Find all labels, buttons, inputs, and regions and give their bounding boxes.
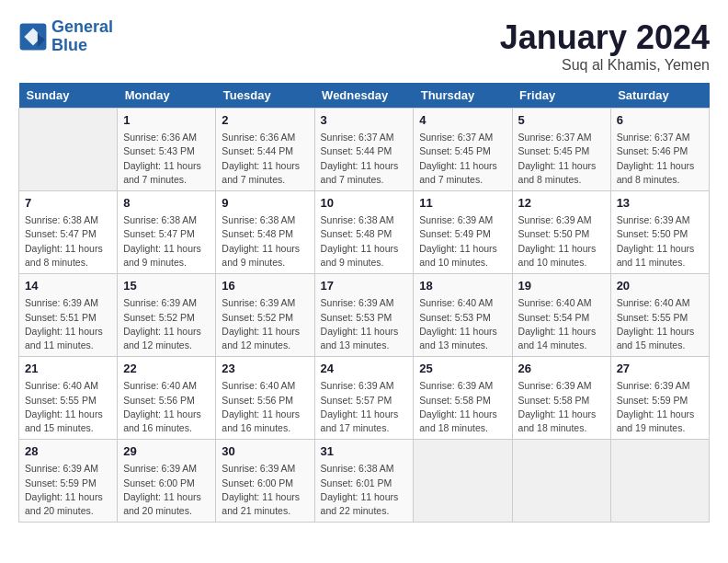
calendar-cell — [610, 440, 709, 523]
logo-line1: General — [51, 17, 113, 36]
day-number: 19 — [518, 278, 605, 294]
weekday-header: Tuesday — [216, 83, 314, 109]
calendar-week-row: 28Sunrise: 6:39 AM Sunset: 5:59 PM Dayli… — [19, 440, 710, 523]
page-header: General Blue January 2024 Suq al Khamis,… — [18, 18, 710, 74]
calendar-header: SundayMondayTuesdayWednesdayThursdayFrid… — [19, 83, 710, 109]
day-info: Sunrise: 6:40 AM Sunset: 5:55 PM Dayligh… — [25, 379, 111, 435]
day-info: Sunrise: 6:39 AM Sunset: 5:52 PM Dayligh… — [123, 296, 210, 352]
day-info: Sunrise: 6:38 AM Sunset: 5:48 PM Dayligh… — [222, 213, 308, 270]
calendar-cell: 1Sunrise: 6:36 AM Sunset: 5:43 PM Daylig… — [118, 109, 216, 191]
calendar-cell: 23Sunrise: 6:40 AM Sunset: 5:56 PM Dayli… — [216, 357, 314, 440]
day-number: 12 — [518, 195, 605, 212]
weekday-header: Sunday — [19, 83, 118, 109]
day-number: 13 — [617, 195, 703, 212]
calendar-cell: 14Sunrise: 6:39 AM Sunset: 5:51 PM Dayli… — [19, 274, 118, 357]
day-number: 28 — [25, 443, 111, 460]
calendar-cell: 15Sunrise: 6:39 AM Sunset: 5:52 PM Dayli… — [118, 274, 216, 357]
calendar-table: SundayMondayTuesdayWednesdayThursdayFrid… — [18, 83, 710, 523]
logo-text: General Blue — [51, 18, 113, 55]
day-number: 14 — [25, 278, 111, 294]
calendar-cell: 27Sunrise: 6:39 AM Sunset: 5:59 PM Dayli… — [610, 357, 709, 440]
day-info: Sunrise: 6:39 AM Sunset: 5:52 PM Dayligh… — [222, 296, 308, 352]
calendar-cell: 4Sunrise: 6:37 AM Sunset: 5:45 PM Daylig… — [414, 109, 512, 191]
calendar-cell: 17Sunrise: 6:39 AM Sunset: 5:53 PM Dayli… — [314, 274, 414, 357]
weekday-header: Thursday — [414, 83, 512, 109]
calendar-cell: 8Sunrise: 6:38 AM Sunset: 5:47 PM Daylig… — [118, 191, 216, 274]
day-number: 16 — [222, 278, 308, 294]
calendar-cell: 19Sunrise: 6:40 AM Sunset: 5:54 PM Dayli… — [512, 274, 610, 357]
day-info: Sunrise: 6:38 AM Sunset: 6:01 PM Dayligh… — [321, 462, 408, 518]
day-number: 30 — [222, 443, 308, 460]
day-info: Sunrise: 6:40 AM Sunset: 5:56 PM Dayligh… — [123, 379, 210, 435]
calendar-week-row: 21Sunrise: 6:40 AM Sunset: 5:55 PM Dayli… — [19, 357, 710, 440]
calendar-cell: 10Sunrise: 6:38 AM Sunset: 5:48 PM Dayli… — [314, 191, 414, 274]
day-number: 29 — [123, 443, 210, 460]
calendar-cell: 26Sunrise: 6:39 AM Sunset: 5:58 PM Dayli… — [512, 357, 610, 440]
calendar-cell: 7Sunrise: 6:38 AM Sunset: 5:47 PM Daylig… — [19, 191, 118, 274]
day-number: 1 — [123, 112, 210, 129]
weekday-header: Saturday — [610, 83, 709, 109]
day-info: Sunrise: 6:37 AM Sunset: 5:46 PM Dayligh… — [617, 131, 703, 187]
day-number: 31 — [321, 443, 408, 460]
logo-icon — [18, 22, 48, 52]
day-info: Sunrise: 6:39 AM Sunset: 5:51 PM Dayligh… — [25, 296, 111, 352]
calendar-cell: 12Sunrise: 6:39 AM Sunset: 5:50 PM Dayli… — [512, 191, 610, 274]
day-number: 18 — [419, 278, 506, 294]
calendar-cell: 16Sunrise: 6:39 AM Sunset: 5:52 PM Dayli… — [216, 274, 314, 357]
calendar-cell: 3Sunrise: 6:37 AM Sunset: 5:44 PM Daylig… — [314, 109, 414, 191]
calendar-cell: 9Sunrise: 6:38 AM Sunset: 5:48 PM Daylig… — [216, 191, 314, 274]
calendar-cell: 25Sunrise: 6:39 AM Sunset: 5:58 PM Dayli… — [414, 357, 512, 440]
calendar-week-row: 1Sunrise: 6:36 AM Sunset: 5:43 PM Daylig… — [19, 109, 710, 191]
day-info: Sunrise: 6:39 AM Sunset: 5:49 PM Dayligh… — [419, 213, 506, 270]
day-info: Sunrise: 6:36 AM Sunset: 5:43 PM Dayligh… — [123, 131, 210, 187]
calendar-cell: 6Sunrise: 6:37 AM Sunset: 5:46 PM Daylig… — [610, 109, 709, 191]
day-number: 21 — [25, 361, 111, 377]
weekday-header-row: SundayMondayTuesdayWednesdayThursdayFrid… — [19, 83, 710, 109]
day-info: Sunrise: 6:39 AM Sunset: 5:59 PM Dayligh… — [617, 379, 703, 435]
day-info: Sunrise: 6:37 AM Sunset: 5:45 PM Dayligh… — [419, 131, 506, 187]
day-info: Sunrise: 6:38 AM Sunset: 5:47 PM Dayligh… — [25, 213, 111, 270]
day-info: Sunrise: 6:39 AM Sunset: 5:58 PM Dayligh… — [419, 379, 506, 435]
calendar-cell: 29Sunrise: 6:39 AM Sunset: 6:00 PM Dayli… — [118, 440, 216, 523]
calendar-cell: 18Sunrise: 6:40 AM Sunset: 5:53 PM Dayli… — [414, 274, 512, 357]
calendar-cell: 24Sunrise: 6:39 AM Sunset: 5:57 PM Dayli… — [314, 357, 414, 440]
calendar-week-row: 14Sunrise: 6:39 AM Sunset: 5:51 PM Dayli… — [19, 274, 710, 357]
day-number: 25 — [419, 361, 506, 377]
weekday-header: Friday — [512, 83, 610, 109]
day-number: 20 — [617, 278, 703, 294]
day-info: Sunrise: 6:40 AM Sunset: 5:56 PM Dayligh… — [222, 379, 308, 435]
day-info: Sunrise: 6:39 AM Sunset: 5:57 PM Dayligh… — [321, 379, 408, 435]
calendar-body: 1Sunrise: 6:36 AM Sunset: 5:43 PM Daylig… — [19, 109, 710, 523]
day-number: 23 — [222, 361, 308, 377]
day-number: 9 — [222, 195, 308, 212]
day-info: Sunrise: 6:40 AM Sunset: 5:53 PM Dayligh… — [419, 296, 506, 352]
calendar-cell: 13Sunrise: 6:39 AM Sunset: 5:50 PM Dayli… — [610, 191, 709, 274]
calendar-cell: 31Sunrise: 6:38 AM Sunset: 6:01 PM Dayli… — [314, 440, 414, 523]
day-info: Sunrise: 6:36 AM Sunset: 5:44 PM Dayligh… — [222, 131, 308, 187]
day-info: Sunrise: 6:39 AM Sunset: 5:50 PM Dayligh… — [617, 213, 703, 270]
calendar-cell — [19, 109, 118, 191]
day-number: 6 — [617, 112, 703, 129]
day-info: Sunrise: 6:39 AM Sunset: 5:58 PM Dayligh… — [518, 379, 605, 435]
day-number: 17 — [321, 278, 408, 294]
day-number: 24 — [321, 361, 408, 377]
day-info: Sunrise: 6:39 AM Sunset: 5:53 PM Dayligh… — [321, 296, 408, 352]
day-info: Sunrise: 6:40 AM Sunset: 5:54 PM Dayligh… — [518, 296, 605, 352]
day-number: 10 — [321, 195, 408, 212]
day-info: Sunrise: 6:39 AM Sunset: 5:59 PM Dayligh… — [25, 462, 111, 518]
calendar-week-row: 7Sunrise: 6:38 AM Sunset: 5:47 PM Daylig… — [19, 191, 710, 274]
day-number: 2 — [222, 112, 308, 129]
calendar-cell: 20Sunrise: 6:40 AM Sunset: 5:55 PM Dayli… — [610, 274, 709, 357]
day-info: Sunrise: 6:40 AM Sunset: 5:55 PM Dayligh… — [617, 296, 703, 352]
day-number: 27 — [617, 361, 703, 377]
title-block: January 2024 Suq al Khamis, Yemen — [500, 18, 710, 74]
day-info: Sunrise: 6:38 AM Sunset: 5:48 PM Dayligh… — [321, 213, 408, 270]
day-number: 8 — [123, 195, 210, 212]
calendar-cell: 5Sunrise: 6:37 AM Sunset: 5:45 PM Daylig… — [512, 109, 610, 191]
weekday-header: Wednesday — [314, 83, 414, 109]
calendar-cell: 22Sunrise: 6:40 AM Sunset: 5:56 PM Dayli… — [118, 357, 216, 440]
calendar-cell — [512, 440, 610, 523]
calendar-cell: 28Sunrise: 6:39 AM Sunset: 5:59 PM Dayli… — [19, 440, 118, 523]
day-number: 7 — [25, 195, 111, 212]
day-number: 4 — [419, 112, 506, 129]
